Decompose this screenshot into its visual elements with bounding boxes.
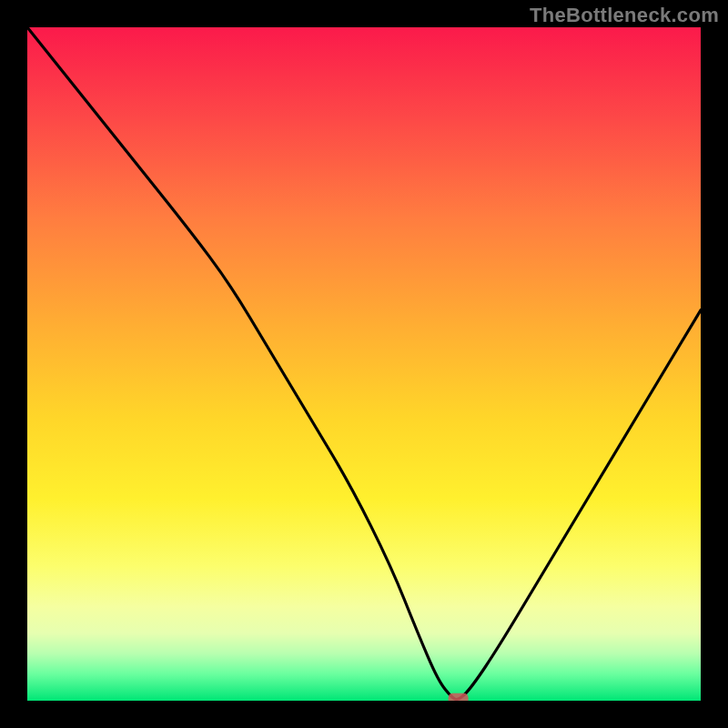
watermark-text: TheBottleneck.com	[530, 4, 719, 27]
chart-frame: TheBottleneck.com	[0, 0, 728, 728]
bottleneck-curve-path	[27, 27, 701, 699]
optimal-point-marker	[449, 693, 469, 701]
plot-area	[27, 27, 701, 701]
curve-layer	[27, 27, 701, 701]
